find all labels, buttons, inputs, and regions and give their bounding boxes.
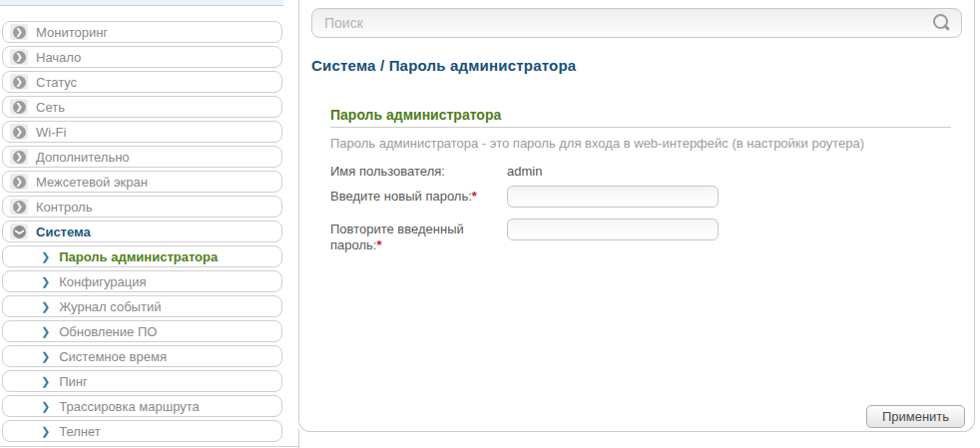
chevron-right-circle-icon: ❯ xyxy=(13,101,26,114)
sidebar-item-label: Начало xyxy=(36,50,81,65)
sidebar-bottom-divider xyxy=(0,446,299,447)
sidebar-item-firewall[interactable]: ❯ Межсетевой экран xyxy=(2,171,282,193)
chevron-right-circle-icon: ❯ xyxy=(13,176,26,189)
search-input[interactable] xyxy=(311,8,962,38)
icon-box: ❯ xyxy=(10,124,28,140)
sidebar-subitem-traceroute[interactable]: ❯ Трассировка маршрута xyxy=(2,395,282,417)
chevron-right-icon: ❯ xyxy=(41,401,50,412)
chevron-right-circle-icon: ❯ xyxy=(13,51,26,64)
repeat-password-label: Повторите введенный пароль:* xyxy=(330,222,507,253)
section-divider xyxy=(330,127,951,128)
chevron-right-icon: ❯ xyxy=(41,276,50,287)
section-title: Пароль администратора xyxy=(330,107,501,123)
sidebar-item-system[interactable]: ❯ Система xyxy=(2,221,282,242)
sidebar-subitem-label: Конфигурация xyxy=(59,274,146,289)
icon-box: ❯ xyxy=(10,149,28,165)
new-password-input[interactable] xyxy=(507,186,719,208)
username-label: Имя пользователя: xyxy=(330,164,507,180)
main-panel: Система / Пароль администратора Пароль а… xyxy=(298,0,975,432)
new-password-label: Введите новый пароль:* xyxy=(330,189,507,208)
sidebar-subitem-label: Обновление ПО xyxy=(59,324,157,339)
sidebar-subitem-label: Трассировка маршрута xyxy=(59,399,200,414)
chevron-right-circle-icon: ❯ xyxy=(13,126,26,139)
sidebar-item-wifi[interactable]: ❯ Wi-Fi xyxy=(2,121,282,143)
sidebar-subitem-firmware-update[interactable]: ❯ Обновление ПО xyxy=(2,320,282,342)
sidebar-subitem-label: Журнал событий xyxy=(59,299,161,314)
sidebar-item-monitoring[interactable]: ❯ Мониторинг xyxy=(2,21,282,43)
sidebar-item-label: Сеть xyxy=(36,100,65,115)
icon-box: ❯ xyxy=(10,49,28,65)
sidebar-subitem-system-time[interactable]: ❯ Системное время xyxy=(2,345,282,367)
chevron-right-circle-icon: ❯ xyxy=(13,26,26,39)
icon-box: ❯ xyxy=(10,74,28,90)
username-row: Имя пользователя: admin xyxy=(330,164,542,180)
sidebar-subitem-telnet[interactable]: ❯ Телнет xyxy=(2,420,282,442)
required-asterisk: * xyxy=(472,189,477,204)
required-asterisk: * xyxy=(376,237,381,252)
chevron-right-icon: ❯ xyxy=(41,251,50,262)
chevron-right-circle-icon: ❯ xyxy=(13,76,26,89)
repeat-password-row: Повторите введенный пароль:* xyxy=(330,222,719,253)
icon-box: ❯ xyxy=(10,99,28,115)
chevron-right-icon: ❯ xyxy=(41,326,50,337)
chevron-right-icon: ❯ xyxy=(41,351,50,362)
sidebar-item-label: Wi-Fi xyxy=(36,125,66,140)
sidebar-subitem-label: Пинг xyxy=(59,374,88,389)
chevron-right-circle-icon: ❯ xyxy=(13,151,26,164)
new-password-row: Введите новый пароль:* xyxy=(330,189,719,208)
sidebar-item-label: Система xyxy=(36,224,91,239)
icon-box: ❯ xyxy=(10,224,28,239)
panel-left-border-tail xyxy=(298,429,299,448)
chevron-right-circle-icon: ❯ xyxy=(13,201,26,214)
section-description: Пароль администратора - это пароль для в… xyxy=(330,136,864,151)
chevron-right-icon: ❯ xyxy=(41,376,50,387)
sidebar-item-label: Мониторинг xyxy=(36,25,108,40)
repeat-password-input[interactable] xyxy=(507,219,719,240)
chevron-down-circle-icon: ❯ xyxy=(13,225,26,238)
icon-box: ❯ xyxy=(10,174,28,190)
sidebar-item-status[interactable]: ❯ Статус xyxy=(2,71,282,93)
apply-button[interactable]: Применить xyxy=(866,405,965,428)
sidebar-item-start[interactable]: ❯ Начало xyxy=(2,46,282,68)
sidebar-nav: ❯ Мониторинг ❯ Начало ❯ Статус ❯ Сеть ❯ … xyxy=(2,21,282,445)
icon-box: ❯ xyxy=(10,199,28,215)
chevron-right-icon: ❯ xyxy=(41,301,50,312)
sidebar-item-control[interactable]: ❯ Контроль xyxy=(2,196,282,218)
search-icon[interactable] xyxy=(933,14,948,29)
breadcrumb: Система / Пароль администратора xyxy=(311,57,576,74)
sidebar-subitem-label: Телнет xyxy=(59,424,101,439)
icon-box: ❯ xyxy=(10,24,28,40)
sidebar-subitem-event-log[interactable]: ❯ Журнал событий xyxy=(2,295,282,317)
username-value: admin xyxy=(507,164,542,180)
sidebar-subitem-admin-password[interactable]: ❯ Пароль администратора xyxy=(2,245,282,267)
sidebar-item-label: Межсетевой экран xyxy=(36,175,148,190)
sidebar-subitem-label: Пароль администратора xyxy=(59,249,218,264)
sidebar-item-label: Контроль xyxy=(36,200,92,215)
chevron-right-icon: ❯ xyxy=(41,426,50,437)
search-field-wrap xyxy=(311,8,962,38)
sidebar-item-label: Дополнительно xyxy=(36,150,130,165)
sidebar-subitem-label: Системное время xyxy=(59,349,167,364)
sidebar-subitem-ping[interactable]: ❯ Пинг xyxy=(2,370,282,392)
sidebar-item-label: Статус xyxy=(36,75,77,90)
sidebar-item-network[interactable]: ❯ Сеть xyxy=(2,96,282,118)
sidebar-subitem-configuration[interactable]: ❯ Конфигурация xyxy=(2,270,282,292)
sidebar-item-advanced[interactable]: ❯ Дополнительно xyxy=(2,146,282,168)
header-remnant-strip xyxy=(0,0,283,6)
